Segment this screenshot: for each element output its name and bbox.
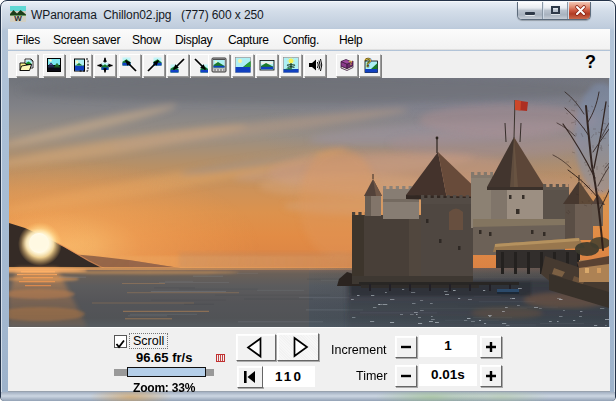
svg-text:?: ? <box>365 57 372 70</box>
svg-text:W: W <box>14 14 22 22</box>
